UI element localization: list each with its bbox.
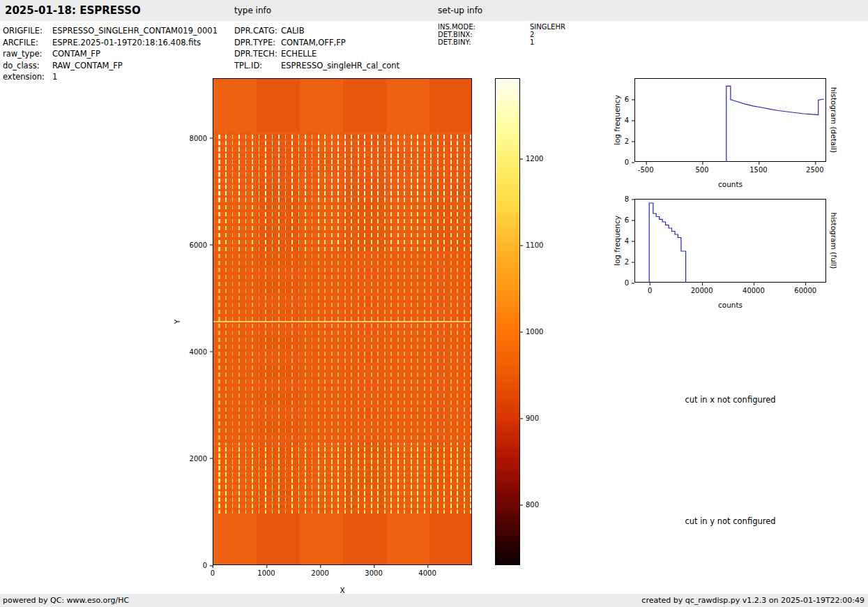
metadata-label: raw_type:	[3, 48, 52, 60]
metadata-label: extension:	[3, 71, 52, 83]
metadata-label: ORIGFILE:	[3, 25, 52, 37]
metadata-row: raw_type:CONTAM_FP	[3, 48, 218, 60]
metadata-value: ESPRE.2025-01-19T20:18:16.408.fits	[52, 38, 201, 47]
x-tick-label: 4000	[418, 569, 436, 577]
x-tick-label: 1000	[257, 569, 275, 577]
setup-info-heading: set-up info	[438, 6, 482, 15]
y-tick-label: 4	[625, 237, 629, 245]
setup-info-column: INS.MODE:SINGLEHRDET.BINX:2DET.BINY:1	[438, 23, 565, 46]
y-tick-label: 2000	[190, 454, 207, 462]
fp-bright-top-band	[213, 133, 471, 200]
y-tick-label: 6	[625, 216, 629, 224]
x-tick-label: 40000	[743, 287, 765, 294]
hist-full-title: histogram (full)	[830, 213, 838, 269]
header-bar: 2025-01-18: ESPRESSO type info set-up in…	[0, 0, 868, 21]
mid-frame-bright-line	[213, 321, 471, 322]
mid-frame-dim-band	[213, 254, 471, 443]
metadata-label: DPR.TYPE:	[234, 37, 281, 49]
file-info-column: ORIGFILE:ESPRESSO_SINGLEHR_CONTAM019_000…	[3, 25, 218, 83]
metadata-row: DPR.CATG:CALIB	[234, 25, 399, 37]
fp-bright-bottom-band	[213, 445, 471, 513]
metadata-value: 2	[530, 31, 534, 38]
metadata-label: INS.MODE:	[438, 23, 530, 31]
metadata-row: INS.MODE:SINGLEHR	[438, 23, 565, 31]
y-tick-label: 0	[625, 158, 629, 166]
metadata-row: DET.BINY:1	[438, 38, 565, 46]
y-tick-label: 6	[625, 96, 629, 103]
x-tick-label: 2500	[806, 166, 823, 174]
metadata-label: DET.BINX:	[438, 31, 530, 38]
type-info-column: DPR.CATG:CALIBDPR.TYPE:CONTAM,OFF,FPDPR.…	[234, 25, 399, 71]
y-tick-label: 1100	[526, 241, 543, 249]
colorbar: 120011001000900800	[495, 78, 520, 565]
y-tick-label: 2	[625, 258, 629, 266]
metadata-row: do_class:RAW_CONTAM_FP	[3, 60, 218, 72]
colorbar-ticks: 120011001000900800	[520, 78, 552, 565]
metadata-value: CONTAM_FP	[52, 49, 100, 59]
histogram-curve	[726, 86, 824, 162]
y-tick-label: 6000	[190, 241, 207, 248]
metadata-value: ESPRESSO_singleHR_cal_cont	[281, 61, 399, 70]
y-tick-label: 1000	[526, 328, 543, 336]
footer-powered-by: powered by QC: www.eso.org/HC	[3, 594, 129, 607]
page-title: 2025-01-18: ESPRESSO	[5, 4, 141, 17]
histogram-detail-canvas	[634, 78, 826, 162]
x-tick-label: 20000	[691, 287, 713, 294]
metadata-value: 1	[530, 38, 534, 46]
metadata-label: TPL.ID:	[234, 60, 281, 72]
raw-frame-plot: 01000200030004000 02000400060008000 X Y	[213, 78, 472, 565]
y-tick-label: 0	[625, 279, 629, 287]
metadata-row: DPR.TECH:ECHELLE	[234, 48, 399, 60]
metadata-label: DPR.TECH:	[234, 48, 281, 60]
metadata-row: ORIGFILE:ESPRESSO_SINGLEHR_CONTAM019_000…	[3, 25, 218, 37]
y-tick-label: 0	[203, 562, 207, 569]
hist-full-y-label: log frequency	[613, 216, 621, 266]
metadata-label: ARCFILE:	[3, 37, 52, 49]
cut-y-status-message: cut in y not configured	[634, 516, 826, 526]
x-tick-label: 2000	[311, 569, 328, 577]
raw-x-axis-ticks: 01000200030004000	[213, 565, 472, 580]
y-tick-label: 8	[625, 195, 629, 203]
x-tick-label: 0	[211, 569, 215, 577]
y-tick-label: 1200	[526, 155, 543, 163]
hist-detail-title: histogram (detail)	[830, 87, 838, 153]
hist-detail-y-label: log frequency	[613, 95, 621, 145]
metadata-value: CALIB	[281, 26, 305, 36]
y-tick-label: 900	[526, 414, 539, 422]
metadata-value: ECHELLE	[281, 49, 317, 59]
y-tick-label: 8000	[190, 134, 207, 142]
x-tick-label: 1500	[749, 166, 767, 174]
metadata-value: 1	[52, 72, 57, 82]
raw-y-axis-label: Y	[173, 320, 181, 324]
metadata-row: ARCFILE:ESPRE.2025-01-19T20:18:16.408.fi…	[3, 37, 218, 49]
x-tick-label: 500	[696, 166, 709, 174]
metadata-value: CONTAM,OFF,FP	[281, 38, 346, 47]
type-info-heading: type info	[234, 6, 271, 15]
metadata-value: ESPRESSO_SINGLEHR_CONTAM019_0001	[52, 26, 218, 36]
metadata-value: SINGLEHR	[530, 23, 565, 31]
x-tick-label: 60000	[794, 287, 816, 294]
histogram-curve	[649, 203, 685, 283]
axes-frame	[635, 200, 826, 283]
metadata-label: DET.BINY:	[438, 38, 530, 46]
metadata-row: DET.BINX:2	[438, 31, 565, 38]
x-tick-label: 0	[648, 287, 652, 294]
hist-full-x-label: counts	[718, 301, 743, 309]
footer-created-by: created by qc_rawdisp.py v1.2.3 on 2025-…	[641, 594, 865, 607]
y-tick-label: 2	[625, 137, 629, 145]
y-tick-label: 4	[625, 117, 629, 124]
hist-detail-x-ticks: -50050015002500	[634, 162, 826, 177]
raw-frame-image	[213, 78, 472, 565]
raw-y-axis-ticks: 02000400060008000	[181, 78, 213, 565]
footer-bar: powered by QC: www.eso.org/HC created by…	[0, 594, 868, 607]
metadata-row: TPL.ID:ESPRESSO_singleHR_cal_cont	[234, 60, 399, 72]
metadata-row: DPR.TYPE:CONTAM,OFF,FP	[234, 37, 399, 49]
histogram-detail-plot: -50050015002500 0246 counts log frequenc…	[634, 78, 826, 162]
qc-report-page: 2025-01-18: ESPRESSO type info set-up in…	[0, 0, 868, 607]
y-tick-label: 800	[526, 501, 539, 509]
metadata-row: extension:1	[3, 71, 218, 83]
metadata-label: do_class:	[3, 60, 52, 72]
histogram-full-plot: 0200004000060000 02468 counts log freque…	[634, 199, 826, 283]
colorbar-gradient	[495, 78, 520, 565]
cut-x-status-message: cut in x not configured	[634, 395, 826, 405]
